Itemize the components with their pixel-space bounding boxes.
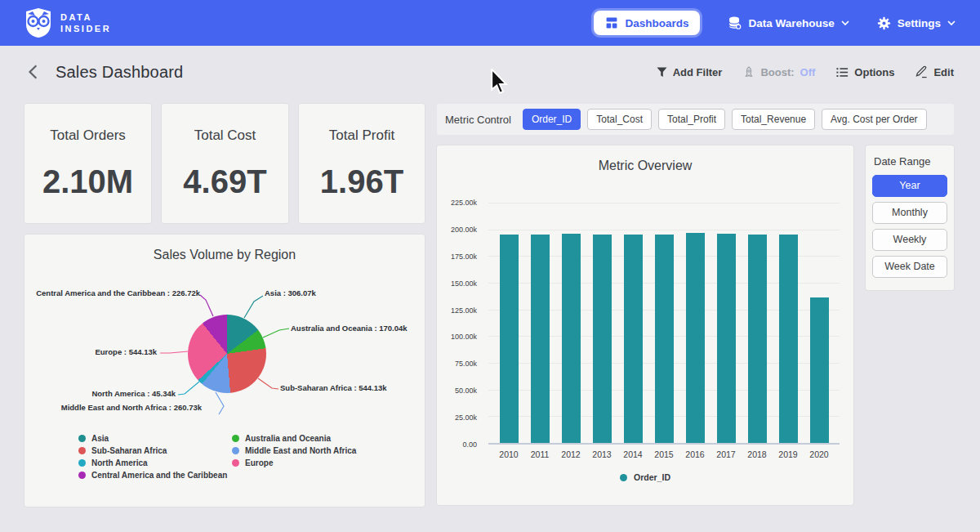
kpi-value: 4.69T [183, 163, 266, 200]
y-tick-125-00k: 125.00k [451, 306, 477, 315]
back-button[interactable] [24, 60, 42, 83]
x-tick-2020: 2020 [804, 449, 835, 459]
y-tick-25-00k: 25.00k [455, 414, 477, 422]
y-tick-225-00k: 225.00k [451, 199, 477, 207]
metric-control-bar: Metric Control Order_IDTotal_CostTotal_P… [437, 104, 954, 135]
kpi-label: Total Orders [50, 127, 126, 144]
date-range-panel: Date Range YearMonthlyWeeklyWeek Date [866, 145, 954, 290]
chevron-down-icon [947, 20, 956, 26]
options-button[interactable]: Options [836, 66, 894, 78]
metric-chips: Order_IDTotal_CostTotal_ProfitTotal_Reve… [523, 109, 927, 130]
page-title: Sales Dashboard [56, 63, 183, 82]
legend-item-australia-and-oceania[interactable]: Australia and Oceania [232, 434, 389, 443]
bar-2018[interactable] [748, 235, 767, 443]
filter-icon [657, 67, 667, 78]
legend-dot [232, 435, 239, 442]
bar-2020[interactable] [810, 297, 829, 443]
edit-button[interactable]: Edit [915, 65, 954, 78]
pie-label-middle-east-north-africa: Middle East and North Africa : 260.73k [61, 403, 202, 412]
y-tick-200-00k: 200.00k [451, 226, 477, 234]
boost-toggle[interactable]: Boost: Off [743, 66, 815, 78]
legend-item-asia[interactable]: Asia [78, 434, 232, 443]
kpi-card-total-cost: Total Cost 4.69T [162, 104, 288, 223]
edit-label: Edit [933, 66, 954, 78]
pie-label-central-america-caribbean: Central America and the Caribbean : 226.… [36, 288, 200, 297]
nav-data-warehouse-button[interactable]: Data Warehouse [728, 16, 849, 30]
metric-chip-total-revenue[interactable]: Total_Revenue [732, 109, 815, 130]
app-root: DATA INSIDER Dashboards [0, 0, 980, 532]
bar-column [555, 203, 586, 443]
bar-column [679, 203, 710, 443]
date-range-monthly[interactable]: Monthly [872, 202, 947, 224]
list-icon [836, 67, 849, 78]
chevron-down-icon [841, 20, 849, 26]
bar-column [524, 203, 555, 443]
bar-column [617, 203, 648, 443]
x-tick-2011: 2011 [524, 449, 555, 459]
date-range-year[interactable]: Year [872, 175, 947, 197]
bar-chart-plot [488, 203, 840, 445]
pie-chart-panel: Sales Volume by Region Asia : 306.07k Au… [24, 235, 425, 507]
legend-label: North America [91, 458, 148, 467]
database-icon [728, 16, 742, 30]
bar-chart-x-axis: 2010201120122013201420152016201720182019… [488, 449, 840, 459]
legend-item-sub-saharan-africa[interactable]: Sub-Saharan Africa [78, 446, 232, 455]
x-tick-2015: 2015 [648, 449, 679, 459]
bar-2013[interactable] [593, 235, 612, 443]
metric-chip-total-cost[interactable]: Total_Cost [587, 109, 652, 130]
metric-chip-order-id[interactable]: Order_ID [523, 109, 581, 130]
bar-2019[interactable] [779, 235, 798, 443]
date-range-options: YearMonthlyWeeklyWeek Date [872, 175, 947, 278]
nav-settings-button[interactable]: Settings [877, 16, 956, 30]
bar-column [710, 203, 742, 443]
bar-2012[interactable] [562, 234, 581, 443]
bar-chart-panel: Metric Overview 225.00k200.00k175.00k150… [437, 145, 853, 505]
bar-2016[interactable] [686, 233, 705, 443]
legend-label: Middle East and North Africa [245, 446, 356, 455]
options-label: Options [854, 66, 894, 78]
metric-chip-total-profit[interactable]: Total_Profit [658, 109, 725, 130]
add-filter-label: Add Filter [673, 66, 723, 78]
bar-column [648, 203, 679, 443]
y-tick-150-00k: 150.00k [451, 279, 477, 288]
metric-control-label: Metric Control [445, 114, 511, 126]
add-filter-button[interactable]: Add Filter [657, 66, 723, 78]
bar-2014[interactable] [624, 235, 643, 443]
x-tick-2016: 2016 [679, 449, 710, 459]
bar-chart-title: Metric Overview [437, 145, 853, 173]
legend-label: Sub-Saharan Africa [91, 446, 167, 455]
y-tick-100-00k: 100.00k [451, 333, 477, 341]
legend-item-europe[interactable]: Europe [232, 458, 389, 467]
legend-dot [78, 472, 86, 479]
bar-column [742, 203, 773, 443]
legend-item-middle-east-and-north-africa[interactable]: Middle East and North Africa [232, 446, 389, 455]
dashboards-icon [605, 16, 618, 29]
bar-chart-legend[interactable]: Order_ID [437, 472, 853, 482]
top-navbar: DATA INSIDER Dashboards [0, 0, 980, 46]
kpi-card-total-orders: Total Orders 2.10M [24, 104, 151, 223]
bar-2015[interactable] [655, 235, 674, 443]
x-tick-2018: 2018 [742, 449, 773, 459]
x-tick-2014: 2014 [617, 449, 648, 459]
mouse-cursor-icon [488, 69, 510, 95]
header-actions: Add Filter Boost: Off [657, 65, 954, 78]
metric-chip-avg-cost-per-order[interactable]: Avg. Cost per Order [822, 109, 927, 130]
pie-legend: AsiaAustralia and OceaniaSub-Saharan Afr… [78, 434, 389, 480]
bar-column [804, 203, 835, 443]
boost-label: Boost: [760, 66, 794, 78]
bar-chart-bars [488, 203, 840, 443]
pie-chart[interactable] [188, 315, 266, 393]
bar-2011[interactable] [531, 235, 550, 443]
nav-dashboards-button[interactable]: Dashboards [594, 11, 700, 35]
legend-item-north-america[interactable]: North America [78, 458, 232, 467]
bar-2010[interactable] [500, 235, 519, 443]
pie-label-europe: Europe : 544.13k [95, 347, 157, 356]
legend-dot [78, 447, 86, 454]
date-range-weekly[interactable]: Weekly [872, 229, 947, 251]
date-range-week-date[interactable]: Week Date [872, 256, 947, 278]
legend-item-central-america-and-the-caribbean[interactable]: Central America and the Caribbean [78, 471, 232, 480]
x-tick-2010: 2010 [493, 449, 524, 459]
pie-label-north-america: North America : 45.34k [91, 389, 176, 398]
brand-logo[interactable]: DATA INSIDER [24, 8, 111, 38]
bar-2017[interactable] [717, 234, 736, 443]
